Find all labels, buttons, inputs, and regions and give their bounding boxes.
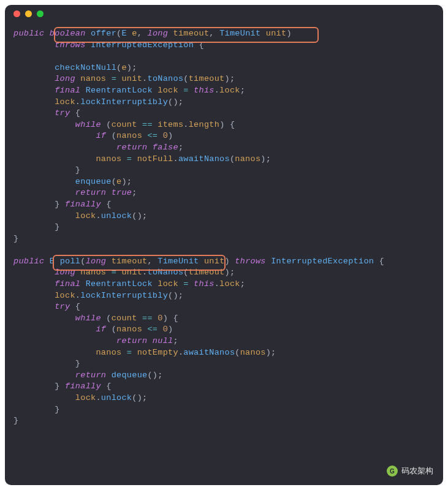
- code-token: ,: [147, 257, 158, 266]
- code-token: lock: [75, 393, 96, 402]
- code-token: [80, 86, 85, 95]
- code-line: public E poll(long timeout, TimeUnit uni…: [13, 256, 443, 268]
- code-token: {: [106, 200, 111, 209]
- code-token: [106, 257, 111, 266]
- watermark: G 码农架构: [387, 466, 433, 477]
- code-token: 0: [163, 325, 168, 334]
- code-line: return true;: [13, 187, 443, 199]
- code-token: ,: [209, 29, 219, 38]
- code-window: public boolean offer(E e, long timeout, …: [5, 5, 443, 485]
- code-token: ;: [240, 86, 245, 95]
- code-line: }: [13, 222, 443, 233]
- zoom-icon[interactable]: [37, 10, 44, 17]
- code-token: {: [106, 382, 111, 391]
- code-token: return: [75, 371, 106, 380]
- code-token: );: [266, 348, 276, 357]
- code-token: awaitNanos: [178, 154, 230, 164]
- code-token: }: [55, 200, 59, 209]
- minimize-icon[interactable]: [25, 10, 32, 17]
- code-token: [13, 291, 55, 300]
- code-token: }: [55, 382, 59, 391]
- code-token: lock: [55, 291, 75, 300]
- code-line: } finally {: [13, 199, 443, 211]
- code-token: ();: [168, 291, 183, 300]
- code-token: .: [75, 291, 80, 300]
- code-token: [101, 382, 106, 391]
- code-token: long: [55, 268, 75, 277]
- code-token: [101, 200, 106, 209]
- code-token: [13, 314, 75, 323]
- code-token: [260, 29, 265, 38]
- code-token: (: [235, 348, 240, 357]
- code-token: [13, 177, 75, 186]
- code-token: ,: [137, 29, 148, 38]
- code-token: ;: [132, 188, 137, 197]
- code-token: ReentrantLock: [86, 279, 153, 288]
- code-token: ();: [168, 97, 183, 107]
- code-token: notEmpty: [137, 348, 178, 357]
- code-token: [106, 74, 111, 83]
- code-token: [13, 405, 55, 414]
- code-line: nanos = notEmpty.awaitNanos(nanos);: [13, 347, 443, 359]
- code-token: (: [183, 268, 188, 277]
- code-token: =: [183, 86, 188, 95]
- code-token: this: [194, 279, 215, 288]
- code-token: [86, 29, 91, 38]
- code-token: offer: [91, 29, 116, 38]
- code-token: [80, 279, 85, 288]
- code-line: } finally {: [13, 381, 443, 393]
- code-token: {: [75, 302, 80, 311]
- code-token: =: [112, 74, 116, 83]
- code-token: [13, 222, 55, 232]
- code-line: }: [13, 165, 443, 176]
- code-token: [153, 86, 158, 95]
- code-token: [266, 257, 271, 266]
- code-token: <=: [147, 131, 158, 140]
- code-line: throws InterruptedException {: [13, 40, 443, 51]
- code-token: lock: [55, 97, 75, 107]
- code-token: public: [13, 257, 44, 266]
- code-token: [158, 131, 162, 140]
- code-token: .: [215, 279, 219, 288]
- code-token: while: [75, 314, 101, 323]
- code-token: [13, 40, 55, 50]
- code-token: enqueue: [75, 177, 112, 186]
- code-token: finally: [65, 382, 101, 391]
- code-token: [121, 348, 126, 357]
- code-token: =: [127, 154, 132, 164]
- code-token: long: [55, 74, 75, 83]
- code-token: nanos: [96, 154, 121, 164]
- code-token: [106, 268, 111, 277]
- code-token: (: [183, 74, 188, 83]
- code-token: nanos: [80, 74, 106, 83]
- code-token: [106, 131, 111, 140]
- code-token: {: [75, 108, 80, 118]
- code-token: InterruptedException: [271, 257, 374, 266]
- code-token: [13, 359, 75, 368]
- code-token: timeout: [112, 257, 148, 266]
- code-token: return: [116, 143, 147, 152]
- code-token: <=: [147, 325, 158, 334]
- code-token: lock: [219, 279, 240, 288]
- code-token: [60, 200, 65, 209]
- code-token: }: [55, 222, 59, 232]
- code-token: [13, 188, 75, 197]
- code-line: enqueue(e);: [13, 176, 443, 188]
- code-token: [158, 325, 162, 334]
- code-token: e: [132, 29, 137, 38]
- code-token: boolean: [50, 29, 86, 38]
- code-token: }: [75, 165, 80, 175]
- code-token: toNanos: [147, 268, 183, 277]
- code-token: [13, 279, 55, 288]
- close-icon[interactable]: [13, 10, 20, 17]
- code-token: [75, 268, 80, 277]
- code-token: ReentrantLock: [86, 86, 153, 95]
- code-token: ;: [240, 279, 245, 288]
- code-token: e: [121, 63, 126, 72]
- code-token: [13, 393, 75, 402]
- code-token: unit: [266, 29, 287, 38]
- code-token: toNanos: [147, 74, 183, 83]
- code-line: try {: [13, 108, 443, 119]
- code-line: lock.lockInterruptibly();: [13, 290, 443, 302]
- code-token: timeout: [189, 74, 225, 83]
